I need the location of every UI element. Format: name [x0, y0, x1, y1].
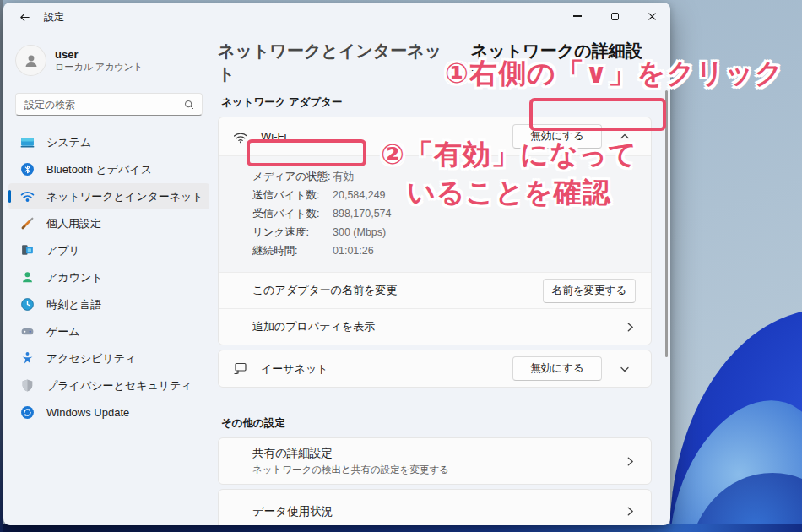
- clock-icon: [20, 297, 35, 312]
- back-button[interactable]: [10, 4, 39, 30]
- sidebar-item-personalization[interactable]: 個人用設定: [8, 210, 209, 236]
- detail-row-link-speed: リンク速度: 300 (Mbps): [252, 223, 637, 242]
- data-usage-row[interactable]: データ使用状況: [219, 490, 651, 525]
- titlebar: 設定: [3, 3, 670, 31]
- search-icon: [183, 99, 195, 111]
- sidebar-item-accounts[interactable]: アカウント: [8, 264, 209, 290]
- detail-label: 送信バイト数:: [252, 186, 333, 204]
- advanced-sharing-title: 共有の詳細設定: [252, 446, 449, 461]
- sidebar-item-label: 個人用設定: [46, 216, 101, 231]
- more-properties-label: 追加のプロパティを表示: [252, 319, 375, 334]
- advanced-sharing-subtitle: ネットワークの検出と共有の設定を変更する: [252, 464, 449, 476]
- accounts-icon: [20, 270, 35, 285]
- sidebar-item-system[interactable]: システム: [8, 129, 209, 155]
- minimize-button[interactable]: [559, 3, 596, 30]
- back-arrow-icon: [19, 11, 31, 24]
- ethernet-adapter-name: イーサネット: [261, 361, 328, 377]
- search-input[interactable]: [24, 99, 183, 111]
- user-name: user: [55, 48, 143, 61]
- bluetooth-icon: [20, 162, 35, 176]
- sidebar-item-time-language[interactable]: 時刻と言語: [8, 291, 209, 318]
- detail-label: 継続時間:: [252, 242, 333, 260]
- detail-value: 300 (Mbps): [333, 223, 386, 242]
- rename-adapter-label: このアダプターの名前を変更: [252, 283, 397, 298]
- advanced-sharing-row[interactable]: 共有の詳細設定 ネットワークの検出と共有の設定を変更する: [219, 438, 651, 484]
- accessibility-icon: [20, 351, 35, 366]
- window-controls: [559, 3, 670, 31]
- chevron-right-icon: [625, 322, 636, 333]
- ethernet-expand-button[interactable]: [614, 358, 636, 380]
- sidebar-item-label: ゲーム: [46, 324, 80, 339]
- detail-value: 01:01:26: [333, 242, 374, 260]
- detail-label: 受信バイト数:: [252, 204, 333, 223]
- detail-value: 有効: [333, 167, 354, 186]
- sidebar-item-bluetooth-devices[interactable]: Bluetooth とデバイス: [8, 156, 209, 182]
- selected-accent-bar: [8, 190, 11, 203]
- user-avatar: [15, 45, 46, 76]
- detail-label: リンク速度:: [252, 223, 333, 242]
- ethernet-disable-button[interactable]: 無効にする: [512, 356, 602, 381]
- annotation-box-media-status: [247, 139, 366, 166]
- gamepad-icon: [20, 324, 35, 339]
- sidebar-item-label: アクセシビリティ: [46, 351, 136, 366]
- user-account-block: user ローカル アカウント: [15, 45, 204, 76]
- sidebar-item-label: プライバシーとセキュリティ: [46, 378, 192, 394]
- annotation-box-disable-button: [529, 98, 666, 131]
- sidebar-item-accessibility[interactable]: アクセシビリティ: [8, 345, 209, 372]
- user-account-type: ローカル アカウント: [55, 61, 143, 73]
- maximize-button[interactable]: [596, 3, 633, 30]
- apps-icon: [20, 243, 35, 258]
- sidebar: user ローカル アカウント システム Bluetooth とデバイス ネット…: [3, 31, 214, 525]
- sidebar-item-privacy-security[interactable]: プライバシーとセキュリティ: [8, 372, 209, 399]
- sidebar-item-windows-update[interactable]: Windows Update: [8, 399, 209, 426]
- advanced-sharing-card[interactable]: 共有の詳細設定 ネットワークの検出と共有の設定を変更する: [218, 437, 652, 485]
- wallpaper-bottom-strip: [0, 524, 802, 532]
- chevron-right-icon: [625, 506, 636, 517]
- chevron-right-icon: [625, 456, 636, 467]
- shield-icon: [20, 378, 35, 393]
- sidebar-nav: システム Bluetooth とデバイス ネットワークとインターネット 個人用設…: [8, 129, 209, 426]
- person-icon: [22, 52, 41, 70]
- system-icon: [20, 135, 35, 149]
- sidebar-item-label: Windows Update: [46, 406, 129, 419]
- close-icon: [647, 11, 658, 22]
- sidebar-item-label: 時刻と言語: [46, 297, 101, 312]
- section-title-other-settings: その他の設定: [221, 416, 652, 431]
- data-usage-title: データ使用状況: [252, 504, 333, 519]
- annotation-step2-line1: ②「有効」になって: [370, 135, 648, 173]
- app-title: 設定: [44, 10, 64, 24]
- scrollbar[interactable]: [665, 90, 668, 357]
- sidebar-item-apps[interactable]: アプリ: [8, 237, 209, 263]
- close-button[interactable]: [633, 3, 670, 30]
- ethernet-adapter-card: イーサネット 無効にする: [218, 350, 652, 388]
- sidebar-item-label: アプリ: [46, 243, 80, 258]
- wifi-icon: [20, 189, 35, 204]
- rename-button[interactable]: 名前を変更する: [543, 279, 636, 303]
- detail-label: メディアの状態:: [252, 167, 333, 186]
- personalization-brush-icon: [20, 216, 35, 231]
- sidebar-item-label: システム: [46, 135, 91, 150]
- chevron-down-icon: [620, 364, 630, 374]
- sidebar-item-label: Bluetooth とデバイス: [46, 162, 152, 177]
- ethernet-adapter-row: イーサネット 無効にする: [219, 350, 651, 387]
- sidebar-item-gaming[interactable]: ゲーム: [8, 318, 209, 345]
- more-properties-row[interactable]: 追加のプロパティを表示: [219, 308, 651, 345]
- data-usage-card[interactable]: データ使用状況: [218, 489, 652, 525]
- sidebar-item-network-internet[interactable]: ネットワークとインターネット: [8, 183, 209, 209]
- windows-update-icon: [20, 405, 35, 420]
- sidebar-item-label: ネットワークとインターネット: [46, 189, 203, 204]
- annotation-step1: ①右側の「∨」をクリック: [445, 56, 783, 91]
- annotation-step2: ②「有効」になって いることを確認: [370, 135, 648, 211]
- breadcrumb-parent[interactable]: ネットワークとインターネット: [218, 40, 450, 85]
- minimize-icon: [573, 15, 582, 17]
- detail-row-duration: 継続時間: 01:01:26: [252, 242, 637, 260]
- settings-search-box[interactable]: [15, 93, 203, 116]
- sidebar-item-label: アカウント: [46, 270, 103, 285]
- maximize-icon: [611, 13, 619, 20]
- ethernet-adapter-icon: [232, 361, 249, 377]
- rename-adapter-row: このアダプターの名前を変更 名前を変更する: [219, 272, 651, 308]
- annotation-step2-line2: いることを確認: [370, 173, 648, 211]
